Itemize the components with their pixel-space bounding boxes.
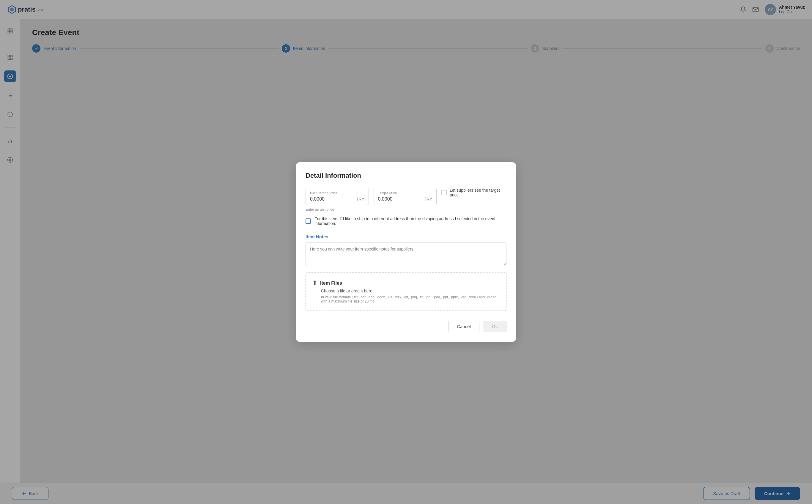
modal-footer: Cancel Ok <box>306 321 506 332</box>
bid-starting-price-field[interactable]: Bid Starting Price 0.0000 TRY <box>306 188 369 205</box>
files-header: ⬆ Item Files <box>312 280 500 287</box>
cancel-button[interactable]: Cancel <box>448 321 479 332</box>
bid-starting-price-value: 0.0000 <box>310 196 325 202</box>
diff-address-label: For this item, I'd like to ship to a dif… <box>314 216 506 226</box>
modal-title: Detail Information <box>306 172 506 179</box>
unit-price-hint: Enter as unit price <box>306 207 506 212</box>
target-price-row: 0.0000 TRY <box>378 196 432 202</box>
item-notes-section-label: Item Notes <box>306 234 506 239</box>
price-row: Bid Starting Price 0.0000 TRY Target Pri… <box>306 188 506 205</box>
files-choose-label: Choose a file or drag it here. <box>321 289 500 293</box>
bid-starting-price-currency: TRY <box>356 197 364 201</box>
notes-textarea[interactable] <box>306 242 506 266</box>
diff-address-row: For this item, I'd like to ship to a dif… <box>306 216 506 226</box>
upload-icon: ⬆ <box>312 280 317 287</box>
files-formats-label: In valid file formats (.txt, .pdf, .doc,… <box>321 295 500 303</box>
target-price-label: Target Price <box>378 191 432 195</box>
detail-information-modal: Detail Information Bid Starting Price 0.… <box>296 162 516 342</box>
let-suppliers-row: Let suppliers see the target price. <box>441 188 506 197</box>
diff-address-checkbox[interactable] <box>306 218 311 224</box>
item-files-drop-zone[interactable]: ⬆ Item Files Choose a file or drag it he… <box>306 272 506 311</box>
bid-starting-price-label: Bid Starting Price <box>310 191 364 195</box>
let-suppliers-checkbox[interactable] <box>441 190 447 195</box>
let-suppliers-label: Let suppliers see the target price. <box>450 188 506 197</box>
target-price-field[interactable]: Target Price 0.0000 TRY <box>374 188 437 205</box>
target-price-currency: TRY <box>424 197 432 201</box>
ok-button[interactable]: Ok <box>484 321 506 332</box>
bid-starting-price-row: 0.0000 TRY <box>310 196 364 202</box>
modal-overlay: Detail Information Bid Starting Price 0.… <box>0 0 812 504</box>
target-price-value: 0.0000 <box>378 196 393 202</box>
item-files-label: Item Files <box>320 281 342 286</box>
